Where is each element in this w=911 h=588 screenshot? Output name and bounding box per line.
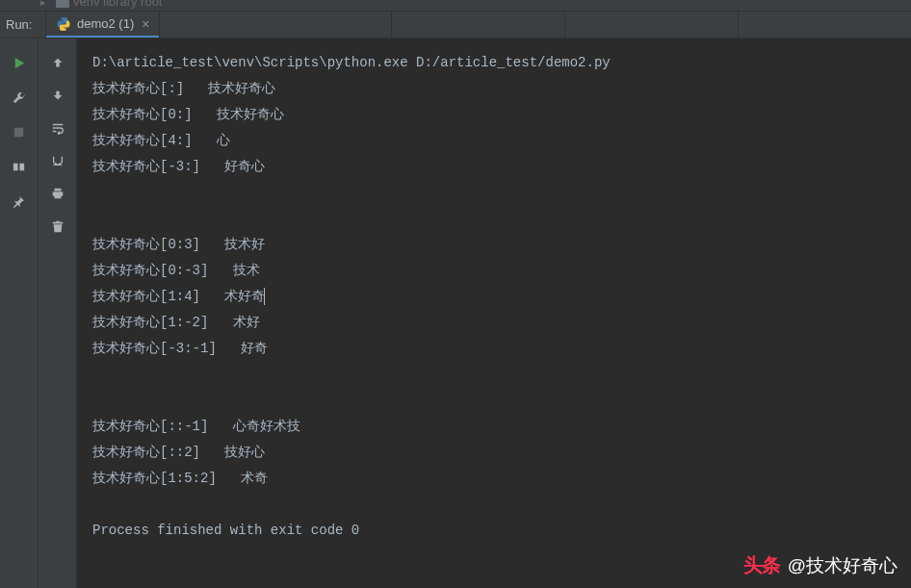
console-line: 技术好奇心[::-1] 心奇好术技	[92, 419, 300, 434]
console-line: 技术好奇心[-3:] 好奇心	[92, 159, 265, 174]
console-line: 技术好奇心[1:5:2] 术奇	[92, 471, 268, 486]
console-line: 技术好奇心[::2] 技好心	[92, 445, 265, 460]
watermark-logo: 头条	[743, 552, 780, 578]
console-line: 技术好奇心[4:] 心	[92, 133, 230, 148]
print-button[interactable]	[49, 185, 66, 202]
text-cursor	[264, 288, 265, 305]
run-tab-demo2[interactable]: demo2 (1) ×	[46, 12, 159, 38]
pin-button[interactable]	[11, 192, 28, 210]
soft-wrap-button[interactable]	[49, 119, 66, 137]
python-icon	[56, 16, 71, 32]
tree-chevron-icon[interactable]: ▸	[40, 0, 46, 9]
run-tab-bar: Run: demo2 (1) ×	[0, 12, 911, 38]
console-line: D:\article_test\venv\Scripts\python.exe …	[92, 55, 611, 70]
tab-bar-segment-3	[738, 12, 911, 38]
run-panel-label: Run:	[0, 12, 46, 38]
console-line: 技术好奇心[:] 技术好奇心	[92, 81, 275, 96]
close-icon[interactable]: ×	[142, 16, 149, 32]
run-toolbar-secondary	[39, 38, 77, 588]
stop-button[interactable]	[11, 123, 28, 141]
tab-bar-segment-1	[391, 12, 564, 38]
scroll-to-end-button[interactable]	[49, 152, 66, 169]
run-tab-label: demo2 (1)	[77, 16, 134, 31]
trash-button[interactable]	[49, 217, 66, 235]
svg-rect-2	[19, 163, 24, 170]
svg-rect-1	[13, 163, 18, 170]
watermark-handle: @技术好奇心	[788, 553, 898, 578]
run-main-area: D:\article_test\venv\Scripts\python.exe …	[0, 38, 911, 588]
console-output[interactable]: D:\article_test\venv\Scripts\python.exe …	[77, 38, 911, 588]
tab-bar-segment-2	[564, 12, 738, 38]
folder-icon	[56, 0, 69, 8]
layout-button[interactable]	[11, 158, 28, 175]
wrench-button[interactable]	[11, 89, 28, 106]
console-line: Process finished with exit code 0	[92, 523, 359, 538]
console-line: 技术好奇心[-3:-1] 好奇	[92, 341, 268, 356]
rerun-button[interactable]	[11, 54, 28, 71]
watermark: 头条 @技术好奇心	[743, 552, 898, 578]
tree-item-venv[interactable]: venv library root	[56, 0, 162, 9]
console-line: 技术好奇心[0:3] 技术好	[92, 237, 265, 252]
console-line: 技术好奇心[1:4] 术好奇	[92, 289, 265, 304]
run-toolbar-left	[0, 38, 39, 588]
tab-bar-empty	[160, 12, 391, 38]
console-line: 技术好奇心[0:-3] 技术	[92, 263, 260, 278]
project-tree-strip: ▸ venv library root	[0, 0, 911, 12]
console-line: 技术好奇心[0:] 技术好奇心	[92, 107, 284, 122]
tree-item-label: venv library root	[73, 0, 162, 9]
up-arrow-button[interactable]	[49, 54, 66, 71]
svg-rect-0	[14, 127, 23, 136]
console-line: 技术好奇心[1:-2] 术好	[92, 315, 260, 330]
down-arrow-button[interactable]	[49, 87, 66, 104]
